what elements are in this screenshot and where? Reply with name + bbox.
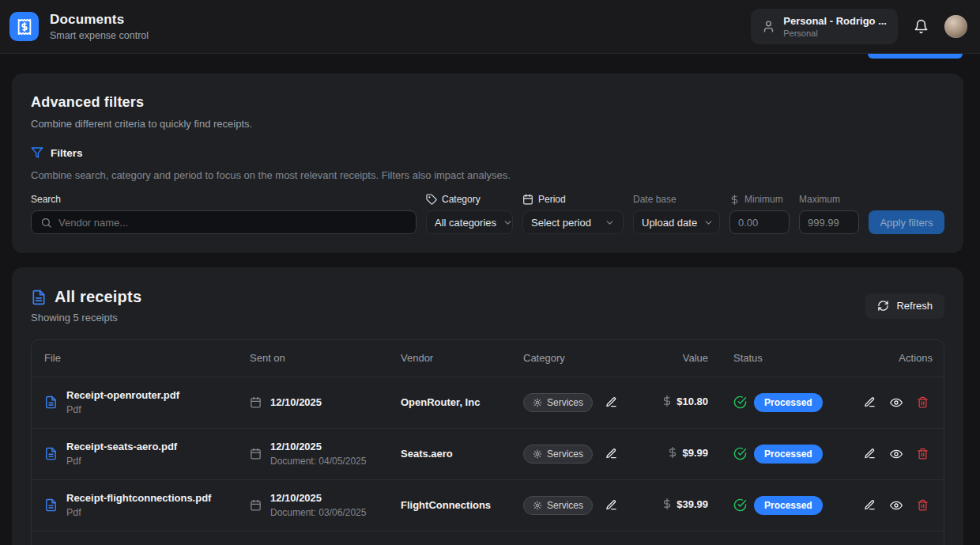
check-circle-icon [733, 396, 747, 409]
user-icon [762, 20, 775, 33]
pencil-icon [864, 499, 876, 511]
receipts-count: Showing 5 receipts [31, 312, 141, 324]
table-header-row: File Sent on Vendor Category Value Statu… [32, 340, 944, 377]
advanced-filters-subtitle: Combine different criteria to quickly fi… [31, 118, 944, 130]
refresh-button[interactable]: Refresh [865, 293, 944, 319]
period-select-value: Select period [531, 217, 591, 229]
view-receipt-button[interactable] [888, 394, 905, 411]
col-sent-on: Sent on [237, 340, 388, 377]
check-circle-icon [733, 447, 747, 460]
document-date: Document: 04/05/2025 [270, 456, 366, 467]
file-pdf-icon [44, 447, 58, 460]
category-label: Services [547, 448, 583, 460]
gear-icon [533, 449, 542, 459]
workspace-selector-button[interactable]: Personal - Rodrigo ... Personal [751, 9, 898, 44]
receipt-value: $9.99 [682, 447, 708, 459]
delete-receipt-button[interactable] [914, 394, 931, 411]
file-name: Receipt-flightconnections.pdf [66, 492, 211, 504]
minimum-label: Minimum [744, 194, 783, 205]
workspace-type: Personal [783, 28, 887, 38]
edit-category-button[interactable] [603, 497, 620, 513]
search-input[interactable] [31, 210, 416, 234]
maximum-input[interactable] [799, 210, 859, 234]
eye-icon [890, 448, 903, 460]
edit-receipt-button[interactable] [861, 497, 878, 513]
gear-icon [533, 501, 542, 510]
receipts-table: File Sent on Vendor Category Value Statu… [31, 339, 944, 545]
pencil-icon [864, 448, 876, 460]
gear-icon [533, 398, 542, 407]
tag-icon [426, 194, 437, 205]
chevron-down-icon [605, 218, 615, 228]
edit-category-button[interactable] [603, 445, 620, 462]
user-avatar[interactable] [944, 15, 967, 38]
refresh-label: Refresh [896, 300, 933, 312]
status-badge: Processed [754, 496, 823, 515]
category-badge: Services [523, 445, 593, 464]
vendor-name: Seats.aero [401, 448, 453, 460]
calendar-icon [522, 194, 533, 205]
main-content: Advanced filters Combine different crite… [0, 54, 980, 545]
trash-icon [917, 396, 929, 408]
table-row: Receipt-flightconnections.pdf Pdf 12/10/… [32, 479, 944, 531]
check-circle-icon [733, 498, 747, 512]
page-subtitle: Smart expense control [50, 30, 149, 41]
upload-button-clipped[interactable] [868, 54, 963, 59]
period-label: Period [538, 194, 566, 205]
notifications-button[interactable] [910, 16, 932, 37]
date-base-select-value: Upload date [642, 217, 697, 229]
status-badge: Processed [754, 445, 823, 464]
filters-description: Combine search, category and period to f… [31, 169, 944, 181]
calendar-icon [250, 448, 262, 460]
receipt-dollar-icon [16, 18, 33, 36]
edit-receipt-button[interactable] [861, 394, 878, 411]
calendar-icon [250, 499, 262, 511]
file-type: Pdf [66, 456, 177, 467]
all-receipts-title: All receipts [55, 288, 141, 306]
vendor-name: FlightConnections [401, 499, 491, 511]
col-status: Status [721, 340, 824, 377]
col-file: File [32, 340, 237, 377]
sent-on-date: 12/10/2025 [270, 441, 366, 452]
delete-receipt-button[interactable] [914, 445, 931, 462]
receipt-value: $39.99 [677, 498, 708, 510]
edit-category-button[interactable] [603, 394, 620, 411]
maximum-label: Maximum [799, 194, 859, 205]
table-row: Receipt-openrouter.pdf Pdf 12/10/2025 Op… [32, 377, 944, 428]
refresh-icon [877, 300, 889, 312]
minimum-input[interactable] [729, 210, 790, 234]
dollar-icon [662, 396, 673, 407]
workspace-name: Personal - Rodrigo ... [783, 15, 887, 27]
period-select[interactable]: Select period [522, 210, 624, 234]
pencil-icon [864, 396, 876, 408]
file-name: Receipt-seats-aero.pdf [66, 441, 177, 452]
eye-icon [890, 396, 903, 409]
delete-receipt-button[interactable] [914, 497, 931, 513]
file-type: Pdf [66, 507, 211, 518]
category-select[interactable]: All categories [426, 210, 513, 234]
category-badge: Services [523, 496, 593, 515]
edit-receipt-button[interactable] [861, 445, 878, 462]
advanced-filters-card: Advanced filters Combine different crite… [12, 74, 963, 253]
col-value: Value [650, 340, 721, 377]
pencil-icon [605, 396, 617, 408]
document-icon [31, 290, 47, 305]
vendor-name: OpenRouter, Inc [401, 396, 480, 408]
file-name: Receipt-openrouter.pdf [66, 389, 179, 401]
category-select-value: All categories [435, 217, 496, 229]
file-pdf-icon [44, 498, 58, 512]
view-receipt-button[interactable] [888, 445, 905, 463]
apply-filters-button[interactable]: Apply filters [869, 210, 944, 234]
col-actions: Actions [824, 340, 944, 377]
eye-icon [890, 499, 903, 512]
dollar-icon [667, 447, 678, 458]
all-receipts-card: All receipts Showing 5 receipts Refresh [12, 267, 963, 545]
date-base-select[interactable]: Upload date [633, 210, 720, 234]
chevron-down-icon [703, 218, 714, 228]
file-type: Pdf [66, 404, 179, 415]
category-badge: Services [523, 393, 593, 412]
table-row-partial [32, 531, 944, 545]
app-header: Documents Smart expense control Personal… [0, 0, 980, 54]
filters-section-title: Filters [51, 147, 83, 159]
view-receipt-button[interactable] [888, 497, 905, 514]
